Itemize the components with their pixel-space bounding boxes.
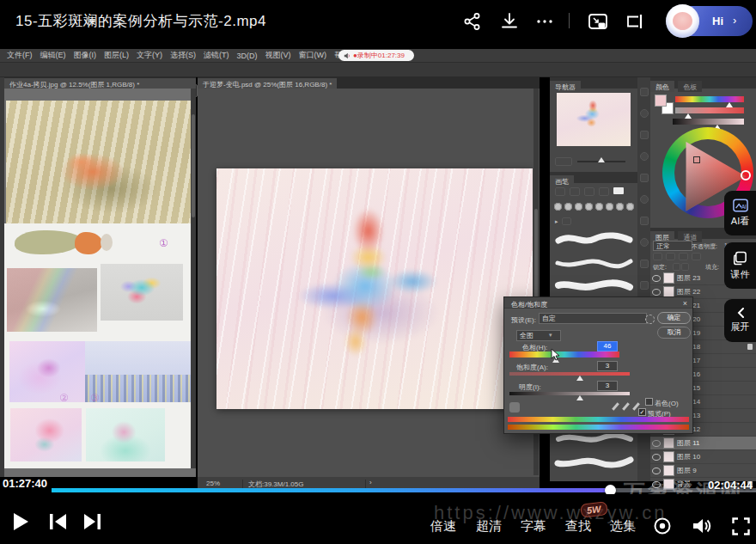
brush-preset[interactable] [606, 203, 613, 211]
scrollbar-thumb[interactable] [192, 114, 195, 217]
ai-view-button[interactable]: AI AI看 [724, 191, 756, 235]
navigator-zoom-box[interactable] [555, 157, 572, 166]
brush-stroke[interactable] [553, 451, 634, 474]
brush-preset[interactable] [595, 203, 603, 211]
dialog-titlebar[interactable]: 色相/饱和度 × [504, 297, 692, 309]
brush-preset[interactable] [575, 203, 582, 211]
brush-tool-icon[interactable] [555, 187, 565, 196]
left-doc-scrollbar[interactable] [191, 89, 196, 468]
previous-episode-button[interactable] [49, 513, 68, 530]
layer-row[interactable]: 图层 10 [650, 450, 756, 464]
menu-layer[interactable]: 图层(L) [104, 50, 129, 61]
panel-icon[interactable] [640, 174, 649, 182]
menu-3d[interactable]: 3D(D) [237, 52, 258, 60]
menu-edit[interactable]: 编辑(E) [40, 50, 66, 61]
panel-icon[interactable] [640, 195, 649, 204]
dialog-lightness-marker[interactable] [576, 395, 583, 400]
brush-preset[interactable] [585, 203, 593, 211]
saturation-slider[interactable] [675, 107, 744, 113]
panel-icon[interactable] [640, 281, 649, 290]
more-options-icon[interactable] [534, 11, 555, 32]
brush-stroke[interactable] [553, 275, 634, 298]
download-icon[interactable] [499, 11, 520, 32]
menu-select[interactable]: 选择(S) [170, 50, 196, 61]
expand-button[interactable]: 展开 [724, 299, 756, 342]
navigator-zoom-thumb[interactable] [598, 157, 605, 162]
tab-brushes[interactable]: 画笔 [550, 175, 574, 186]
panel-icon[interactable] [640, 152, 649, 161]
blend-mode-dropdown[interactable]: 正常 [653, 241, 692, 251]
panel-icon[interactable] [640, 131, 649, 139]
brush-stroke[interactable] [553, 252, 634, 275]
sv-selector[interactable] [693, 156, 700, 163]
filter-icon[interactable] [653, 253, 662, 260]
cancel-button[interactable]: 取消 [657, 327, 691, 339]
account-pill[interactable]: Hi › [668, 6, 753, 36]
panel-icon[interactable] [640, 88, 649, 96]
dialog-saturation-marker[interactable] [576, 376, 583, 381]
eyedropper-icon[interactable] [612, 402, 619, 411]
brush-group-row[interactable]: ▸ [555, 217, 632, 225]
hue-slider[interactable] [675, 96, 744, 102]
canvas[interactable] [216, 168, 533, 409]
tab-color[interactable]: 颜色 [650, 81, 674, 92]
hue-value[interactable]: 46 [597, 341, 618, 351]
brightness-slider[interactable] [673, 119, 744, 125]
filter-icon[interactable] [679, 253, 688, 260]
menu-view[interactable]: 视图(V) [265, 50, 291, 61]
video-frame[interactable]: 文件(F) 编辑(E) 图像(I) 图层(L) 文字(Y) 选择(S) 滤镜(T… [0, 43, 756, 494]
dialog-saturation-slider[interactable] [509, 372, 630, 376]
menu-window[interactable]: 窗口(W) [299, 50, 327, 61]
dialog-lightness-slider[interactable] [509, 392, 630, 395]
menu-image[interactable]: 图像(I) [74, 50, 97, 61]
gear-icon[interactable] [645, 315, 655, 324]
status-arrow[interactable]: › [369, 479, 372, 486]
lock-icon[interactable] [681, 263, 689, 271]
filter-icon[interactable] [666, 253, 675, 260]
brush-tool-icon[interactable] [570, 187, 580, 196]
layer-row-selected[interactable]: 图层 11 [650, 437, 756, 450]
close-icon[interactable]: × [683, 299, 687, 308]
color-swatches[interactable] [655, 95, 672, 113]
layer-row[interactable]: 图层 9 [650, 464, 756, 478]
left-doc-tab[interactable]: 作业4a-拷贝.jpg @ 12.5%(图层 1,RGB/8) * [4, 78, 196, 89]
hue-selector[interactable] [741, 170, 751, 180]
menu-filter[interactable]: 滤镜(T) [204, 50, 229, 61]
tab-swatches[interactable]: 色板 [678, 81, 702, 92]
preset-dropdown[interactable]: 自定 [539, 313, 647, 324]
brush-preset[interactable] [616, 203, 624, 211]
ok-button[interactable]: 确定 [657, 312, 691, 324]
menu-type[interactable]: 文字(Y) [137, 50, 162, 61]
panel-icon[interactable] [640, 217, 649, 225]
saturation-value[interactable]: 3 [597, 361, 618, 371]
filter-icon[interactable] [692, 253, 701, 260]
on-image-adjust-icon[interactable] [509, 402, 520, 413]
scrollbar-thumb[interactable] [534, 209, 538, 303]
courseware-button[interactable]: 课件 [724, 242, 756, 289]
lightness-value[interactable]: 3 [597, 381, 618, 391]
brush-tool-icon[interactable] [599, 187, 609, 196]
eyedropper-plus-icon[interactable] [622, 402, 630, 411]
dialog-hue-slider[interactable] [509, 351, 619, 358]
brush-preset[interactable] [564, 203, 572, 211]
next-episode-button[interactable] [82, 513, 101, 530]
volume-icon[interactable] [692, 516, 712, 535]
tab-navigator[interactable]: 导航器 [550, 81, 581, 92]
navigator-thumbnail[interactable] [557, 93, 631, 146]
lock-icon[interactable] [673, 263, 680, 271]
brush-preset[interactable] [626, 203, 634, 211]
main-doc-tab[interactable]: 于迎梦-变电.psd @ 25%(图层 16,RGB/8) * [198, 78, 337, 89]
picture-in-picture-icon[interactable] [588, 11, 608, 32]
colorize-checkbox[interactable] [645, 398, 653, 406]
brush-stroke[interactable] [553, 229, 634, 252]
fullscreen-icon[interactable] [732, 517, 750, 535]
panel-icon[interactable] [640, 238, 649, 247]
screencast-icon[interactable] [625, 11, 645, 32]
menu-file[interactable]: 文件(F) [7, 50, 33, 61]
preview-checkbox[interactable]: ✓ [638, 408, 646, 416]
panel-icon[interactable] [640, 109, 649, 118]
play-button[interactable] [14, 513, 28, 530]
zoom-level[interactable]: 25% [206, 480, 220, 487]
panel-icon[interactable] [640, 260, 649, 268]
share-icon[interactable] [462, 11, 483, 32]
